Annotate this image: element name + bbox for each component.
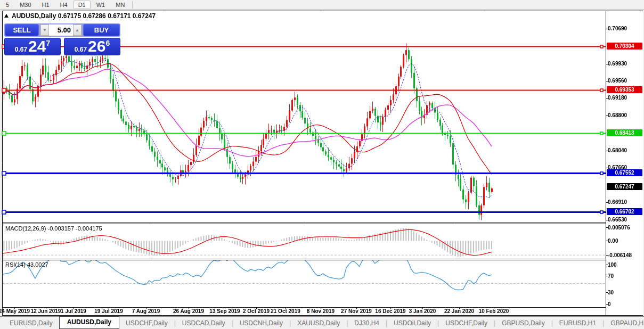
price-axis-badge-0-67247: 0.67247 <box>607 183 642 190</box>
toolbar-separator <box>132 1 133 9</box>
chart-title-quotes: 0.67175 0.67286 0.67171 0.67247 <box>58 12 156 20</box>
rsi-axis-tick: 30 <box>608 290 614 295</box>
price-axis-badge-0-70304: 0.70304 <box>607 43 642 50</box>
date-axis-label: 7 Aug 2019 <box>132 308 160 314</box>
date-axis-label: 12 Jun 2019 <box>31 308 61 314</box>
buy-price-display[interactable]: 0.67 26 6 <box>64 38 120 55</box>
tab-xauusd-daily[interactable]: XAUUSD,Daily <box>291 318 346 329</box>
price-axis-badge-0-69353: 0.69353 <box>607 86 642 93</box>
tab-usdoil-daily[interactable]: USDOil,Daily <box>387 318 437 329</box>
tab-eurusd-daily[interactable]: EURUSD,Daily <box>3 318 59 329</box>
date-axis-label: 19 Jul 2019 <box>94 308 123 314</box>
rsi-axis-tick: 0 <box>608 301 611 307</box>
rsi-indicator-label: RSI(14) 43.0027 <box>5 261 48 268</box>
price-axis-tick: 0.66910 <box>608 199 627 205</box>
buy-button[interactable]: BUY <box>83 24 120 36</box>
date-axis-label: 16 Dec 2019 <box>375 308 405 314</box>
date-axis-label: 8 Nov 2019 <box>307 308 335 314</box>
date-axis-label: 27 Nov 2019 <box>341 308 372 314</box>
trade-panel-top-row: SELL ▼ ▲ BUY <box>4 23 120 37</box>
date-axis-label: 24 May 2019 <box>0 308 30 314</box>
timeframe-button-h1[interactable]: H1 <box>37 1 54 9</box>
volume-increase-icon[interactable]: ▲ <box>73 24 81 36</box>
buy-price-small: 0.67 <box>75 46 87 53</box>
tab-audusd-daily[interactable]: AUDUSD,Daily <box>59 316 119 329</box>
tab-usdcnh-daily[interactable]: USDCNH,Daily <box>233 318 289 329</box>
timeframe-button-m30[interactable]: M30 <box>15 1 36 9</box>
date-axis-label: 3 Jan 2020 <box>409 308 436 314</box>
price-axis-badge-0-67552: 0.67552 <box>607 169 642 176</box>
price-axis-tick: 0.69930 <box>608 61 627 67</box>
trade-panel-price-row: 0.67 24 7 0.67 26 6 <box>4 38 120 55</box>
timeframe-button-w1[interactable]: W1 <box>92 1 110 9</box>
macd-axis-tick: 0.005076 <box>608 225 630 231</box>
timeframe-button-5[interactable]: 5 <box>1 1 14 9</box>
trading-platform-window: { "toolbar": { "timeframes": [ {"label":… <box>0 0 644 329</box>
price-axis-tick: 0.66530 <box>608 217 627 223</box>
sell-price-display[interactable]: 0.67 24 7 <box>4 38 61 55</box>
price-axis-badge-0-66702: 0.66702 <box>607 208 642 215</box>
macd-axis-tick: -0.006148 <box>608 252 632 258</box>
tab-gbpusd-daily[interactable]: GBPUSD,Daily <box>495 318 551 329</box>
date-axis-label: 2 Oct 2019 <box>243 308 270 314</box>
timeframe-button-d1[interactable]: D1 <box>74 1 91 9</box>
date-axis-label: 22 Jan 2020 <box>444 308 474 314</box>
tab-usdchf-daily[interactable]: USDCHF,Daily <box>439 318 494 329</box>
chart-title: AUDUSD,Daily 0.67175 0.67286 0.67171 0.6… <box>12 12 156 20</box>
buy-price-sup: 6 <box>105 39 110 47</box>
date-axis-label: 13 Sep 2019 <box>209 308 240 314</box>
date-axis-label: 10 Feb 2020 <box>479 308 509 314</box>
macd-axis-tick: 0.00 <box>608 238 618 244</box>
tab-gbpaud-h1[interactable]: GBPAUD,H1 <box>604 318 644 329</box>
sell-button[interactable]: SELL <box>5 24 39 36</box>
date-axis-label: 21 Oct 2019 <box>271 308 300 314</box>
buy-price-big: 26 <box>88 38 105 54</box>
chart-tab-bar: EURUSD,DailyAUDUSD,DailyUSDCHF,Daily|USD… <box>0 316 644 329</box>
rsi-axis-tick: 100 <box>608 262 617 268</box>
price-axis-badge-0-68413: 0.68413 <box>607 129 642 136</box>
tab-eurusd-h1[interactable]: EURUSD,H1 <box>553 318 602 329</box>
chart-title-symbol: AUDUSD,Daily <box>12 12 56 20</box>
tab-usdcad-daily[interactable]: USDCAD,Daily <box>176 318 232 329</box>
sell-price-big: 24 <box>28 38 46 54</box>
macd-indicator-label: MACD(12,26,9) -0.003157 -0.004175 <box>5 225 102 232</box>
date-axis-label: 1 Jul 2019 <box>61 308 86 314</box>
timeframe-toolbar: 5M30H1H4D1W1MN <box>0 0 644 10</box>
volume-input[interactable] <box>49 24 73 36</box>
tab-usdchf-daily[interactable]: USDCHF,Daily <box>119 318 174 329</box>
price-axis-tick: 0.68040 <box>608 147 627 153</box>
volume-decrease-icon[interactable]: ▼ <box>40 24 49 36</box>
one-click-trade-panel: SELL ▼ ▲ BUY 0.67 24 7 0.67 26 6 <box>4 23 120 55</box>
volume-stepper: ▼ ▲ <box>40 24 82 36</box>
sell-price-small: 0.67 <box>15 46 27 53</box>
date-axis-label: 26 Aug 2019 <box>173 308 204 314</box>
price-axis-tick: 0.70690 <box>608 26 627 31</box>
price-axis-tick: 0.68800 <box>608 112 627 118</box>
collapse-triangle-icon[interactable] <box>4 14 9 18</box>
tab-dj30-h4[interactable]: DJ30,H4 <box>348 318 386 329</box>
price-axis-tick: 0.69560 <box>608 78 627 84</box>
rsi-axis-tick: 70 <box>608 273 614 279</box>
price-axis-tick: 0.69180 <box>608 95 627 101</box>
timeframe-button-mn[interactable]: MN <box>111 1 129 9</box>
sell-price-sup: 7 <box>46 39 50 47</box>
timeframe-button-h4[interactable]: H4 <box>55 1 72 9</box>
